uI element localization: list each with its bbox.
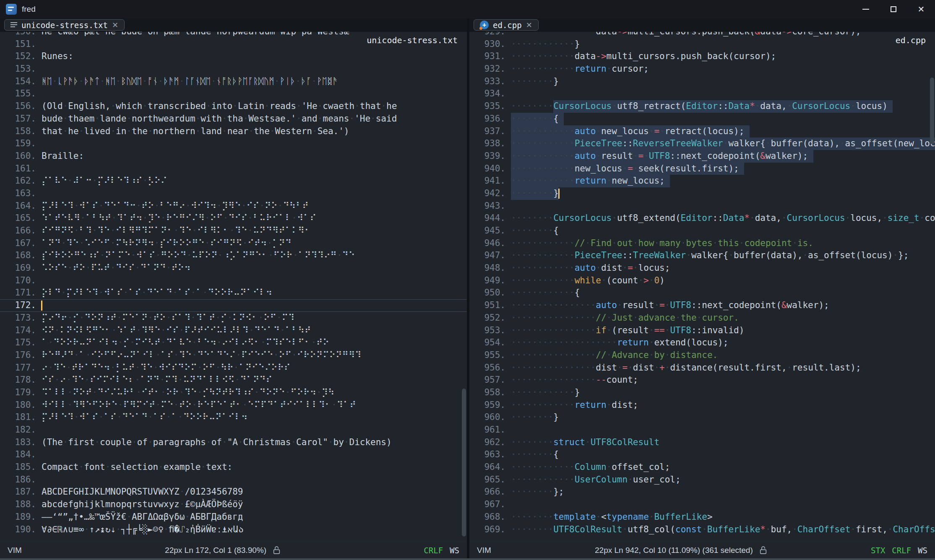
line-text[interactable]: ⠗⠑⠛⠜⠙·⠁·⠊⠕⠋⠋⠔⠤⠝⠁⠊⠇·⠁⠎·⠹⠑·⠙⠑⠁⠙⠑⠌·⠏⠊⠑⠊⠑·⠕⠋…	[42, 349, 467, 362]
line-text[interactable]: ABCDEFGHIJKLMNOPQRSTUVWXYZ·/0123456789	[42, 486, 467, 498]
line-text[interactable]: ············PieceTree::ReverseTreeWalker…	[511, 137, 935, 150]
line-text[interactable]: ⠁·⠙⠕⠕⠗⠤⠝⠁⠊⠇⠲·⡊·⠍⠊⠣⠞·⠙⠁⠧⠑·⠃⠑⠲·⠔⠊⠇⠔⠫⠂·⠍⠹⠎⠑…	[42, 337, 467, 349]
line-text[interactable]: ············auto·new_locus·=·retract(loc…	[511, 125, 935, 138]
scrollbar-thumb[interactable]	[930, 78, 934, 144]
line-text[interactable]: ················--count;	[511, 374, 935, 386]
line-text[interactable]: ⡎⠊⠗⠕⠕⠛⠑⠰⠎·⠝⠁⠍⠑·⠺⠁⠎·⠛⠕⠕⠙·⠥⠏⠕⠝·⠰⡡⠁⠝⠛⠑⠂·⠋⠕⠗…	[42, 249, 467, 262]
minimize-button[interactable]	[852, 0, 880, 18]
line-text[interactable]	[42, 187, 467, 200]
line-text[interactable]: ················//·Advance·by·distance.	[511, 349, 935, 362]
line-text[interactable]: bude·thaem·lande·northweardum·with·tha·W…	[42, 113, 467, 125]
line-text[interactable]: ········UTF8ColResult·utf8_col(const·Buf…	[511, 524, 935, 536]
line-text[interactable]: ············{	[511, 287, 935, 299]
line-text[interactable]: ········{	[511, 449, 935, 461]
line-text[interactable]: ············data->multi_cursors.push_bac…	[511, 50, 935, 63]
line-text[interactable]: ················dist·=·dist·+·distance(r…	[511, 362, 935, 374]
status-flag-ws: WS	[450, 546, 459, 555]
line-text[interactable]: ················auto·result·=·UTF8::next…	[511, 299, 935, 312]
line-text[interactable]	[42, 299, 467, 312]
line-text[interactable]: ················if·(result·==·UTF8::inva…	[511, 324, 935, 337]
line-text[interactable]: ············}	[511, 38, 935, 51]
line-text[interactable]: (The·first·couple·of·paragraphs·of·"A·Ch…	[42, 436, 467, 449]
line-text[interactable]	[42, 424, 467, 436]
code-line: 173.⡍⠔⠙⠖·⡊·⠙⠕⠝⠰⠞·⠍⠑⠁⠝·⠞⠕·⠎⠁⠹·⠹⠁⠞·⡊·⠅⠝⠪⠂·…	[0, 312, 467, 324]
line-text[interactable]	[42, 88, 467, 100]
line-text[interactable]	[511, 200, 935, 213]
line-text[interactable]: Braille:	[42, 150, 467, 163]
line-text[interactable]: abcdefghijklmnopqrstuvwxyz·£©µÀÆÖÞßéöÿ	[42, 498, 467, 511]
line-text[interactable]	[42, 63, 467, 75]
line-text[interactable]	[42, 275, 467, 287]
line-text[interactable]: ⠁⠝⠙·⠹⠑·⠡⠊⠑⠋·⠍⠳⠗⠝⠻⠲·⡎⠊⠗⠕⠕⠛⠑·⠎⠊⠛⠝⠫·⠊⠞⠲·⡁⠝⠙	[42, 237, 467, 250]
line-text[interactable]: ⡍⠜⠇⠑⠹·⠺⠁⠎·⠙⠑⠁⠙⠒·⠞⠕·⠃⠑⠛⠔·⠺⠊⠹⠲·⡹⠻⠑·⠊⠎·⠝⠕·⠙…	[42, 200, 467, 213]
line-text[interactable]	[511, 424, 935, 436]
line-text[interactable]: ········CursorLocus·utf8_extend(Editor::…	[511, 212, 935, 225]
line-text[interactable]: Compact·font·selection·example·text:	[42, 461, 467, 474]
line-text[interactable]: ᚻᛖ·ᚳᚹᚫᚦ·ᚦᚫᛏ·ᚻᛖ·ᛒᚢᛞᛖ·ᚩᚾ·ᚦᚫᛗ·ᛚᚪᚾᛞᛖ·ᚾᚩᚱᚦᚹᛖᚪ…	[42, 75, 467, 88]
window-bottom-edge[interactable]	[0, 558, 935, 560]
line-text[interactable]: ⡍⠔⠙⠖·⡊·⠙⠕⠝⠰⠞·⠍⠑⠁⠝·⠞⠕·⠎⠁⠹·⠹⠁⠞·⡊·⠅⠝⠪⠂·⠕⠋·⠍…	[42, 312, 467, 324]
line-text[interactable]: ········}	[511, 75, 935, 88]
line-text[interactable]: Runes:	[42, 50, 467, 63]
line-text[interactable]: ········CursorLocus·utf8_retract(Editor:…	[511, 100, 935, 113]
whitespace-dots: ·	[136, 387, 141, 397]
line-text[interactable]: (Old·English,·which·transcribed·into·Lat…	[42, 100, 467, 113]
vertical-scrollbar[interactable]	[462, 32, 466, 542]
line-text[interactable]: ····················return·extend(locus)…	[511, 337, 935, 349]
line-text[interactable]: ⠪⠝·⠅⠝⠪⠇⠫⠛⠑⠂·⠱⠁⠞·⠹⠻⠑·⠊⠎·⠏⠜⠞⠊⠊⠥⠇⠜⠇⠹·⠙⠑⠁⠙·⠁…	[42, 324, 467, 337]
line-text[interactable]: ∀∂∈ℝ∧∪≡∞·↑↗↨↻⇣·┐┼╔╘░►☺♀·ﬁ�⑀₂ἠḂӥẄɐː⍎אԱა	[42, 524, 467, 536]
line-text[interactable]: ············return·dist;	[511, 399, 935, 412]
line-text[interactable]	[42, 137, 467, 150]
line-text[interactable]: ········}	[511, 187, 935, 200]
line-text[interactable]	[511, 88, 935, 100]
right-editor-content[interactable]: 929.················data->multi_cursors.…	[469, 32, 935, 542]
line-text[interactable]: ············while·(count·>·0)	[511, 275, 935, 287]
whitespace-dots: ········	[511, 101, 553, 111]
line-text[interactable]	[511, 498, 935, 511]
line-text[interactable]: ············Column·offset_col;	[511, 461, 935, 474]
tab-close-icon[interactable]: ✕	[526, 21, 532, 29]
vertical-scrollbar[interactable]	[930, 32, 934, 542]
left-editor-content[interactable]: 150.Hē·cwæð·þæt·hē·būde·on·þǣm·lande·nor…	[0, 32, 467, 542]
line-text[interactable]: ············PieceTree::TreeWalker·walker…	[511, 249, 935, 262]
line-text[interactable]: ⠔·⠹⠑·⠞⠗⠁⠙⠑⠲·⡃⠥⠞·⠹⠑·⠺⠊⠎⠙⠕⠍·⠕⠋·⠳⠗·⠁⠝⠊⠑⠌⠕⠗⠎	[42, 362, 467, 374]
line-text[interactable]: ········struct·UTF8ColResult	[511, 436, 935, 449]
line-text[interactable]: ········}	[511, 411, 935, 424]
line-text[interactable]: –—‘“”„†•…‰™œŠŸž€·ΑΒΓΔΩαβγδω·АБВГДабвгд	[42, 511, 467, 524]
maximize-button[interactable]	[880, 0, 907, 18]
tab-unicode-stress-txt[interactable]: unicode-stress.txt ✕	[4, 19, 125, 31]
line-text[interactable]: ············auto·result·=·UTF8::next_cod…	[511, 150, 935, 163]
line-text[interactable]: ············UserColumn·user_col;	[511, 474, 935, 486]
line-text[interactable]: ⠡⠕⠎⠑·⠞⠕·⠏⠥⠞·⠙⠊⠎·⠙⠁⠝⠙·⠞⠕⠲	[42, 262, 467, 275]
line-text[interactable]: that·he·lived·in·the·northern·land·near·…	[42, 125, 467, 138]
line-text[interactable]: ⡌⠁⠧⠑·⠼⠁⠒·⡍⠜⠇⠑⠹⠰⠎·⡣⠕⠌	[42, 175, 467, 187]
scrollbar-thumb[interactable]	[462, 389, 466, 537]
whitespace-dots: ·	[273, 350, 279, 360]
line-text[interactable]: ············return·new_locus;	[511, 175, 935, 187]
line-text[interactable]	[42, 449, 467, 461]
line-text[interactable]: ⠺⠊⠇⠇·⠹⠻⠑⠋⠕⠗⠑·⠏⠻⠍⠊⠞·⠍⠑·⠞⠕·⠗⠑⠏⠑⠁⠞⠂·⠑⠍⠏⠙⠁⠞⠊…	[42, 399, 467, 412]
line-text[interactable]: ⡍⠜⠇⠑⠹·⠺⠁⠎·⠁⠎·⠙⠑⠁⠙·⠁⠎·⠁·⠙⠕⠕⠗⠤⠝⠁⠊⠇⠲	[42, 411, 467, 424]
line-text[interactable]: ⠱⠁⠞⠑⠧⠻·⠁⠃⠳⠞·⠹⠁⠞⠲·⡹⠑·⠗⠑⠛⠊⠌⠻·⠕⠋·⠙⠊⠎·⠃⠥⠗⠊⠁⠇…	[42, 212, 467, 225]
line-text[interactable]: ············new_locus·=·seek(result.firs…	[511, 163, 935, 175]
line-text[interactable]: ············//·Find·out·how·many·bytes·t…	[511, 237, 935, 250]
line-text[interactable]: ········{	[511, 225, 935, 237]
line-text[interactable]: ⠎⠊⠛⠝⠫·⠃⠹·⠹⠑·⠊⠇⠻⠛⠹⠍⠁⠝⠂·⠹⠑·⠊⠇⠻⠅⠂·⠹⠑·⠥⠝⠙⠻⠞⠁…	[42, 225, 467, 237]
line-text[interactable]: ········};	[511, 486, 935, 498]
line-text[interactable]: ⠩⠁⠇⠇·⠝⠕⠞·⠙⠊⠌⠥⠗⠃·⠊⠞⠂·⠕⠗·⠹⠑·⡊⠳⠝⠞⠗⠹⠰⠎·⠙⠕⠝⠑·…	[42, 386, 467, 399]
line-text[interactable]: ················data->multi_cursors.push…	[511, 32, 935, 38]
tab-ed-cpp[interactable]: + ed.cpp ✕	[474, 19, 539, 31]
close-button[interactable]: ✕	[907, 0, 935, 18]
line-text[interactable]: ············}	[511, 386, 935, 399]
tab-close-icon[interactable]: ✕	[112, 21, 118, 29]
line-text[interactable]: ············return·cursor;	[511, 63, 935, 75]
line-text[interactable]	[42, 474, 467, 486]
line-text[interactable]: ················//·Just·advance·the·curs…	[511, 312, 935, 324]
line-text[interactable]	[42, 163, 467, 175]
line-text[interactable]: ········{	[511, 113, 935, 125]
line-text[interactable]: ············auto·dist·=·locus;	[511, 262, 935, 275]
line-text[interactable]: ⡕⠇⠙·⡍⠜⠇⠑⠹·⠺⠁⠎·⠁⠎·⠙⠑⠁⠙·⠁⠎·⠁·⠙⠕⠕⠗⠤⠝⠁⠊⠇⠲	[42, 287, 467, 299]
whitespace-dots: ·	[311, 76, 317, 86]
line-text[interactable]: ⠊⠎·⠔·⠹⠑·⠎⠊⠍⠊⠇⠑⠆·⠁⠝⠙·⠍⠹·⠥⠝⠙⠁⠇⠇⠪⠫·⠙⠁⠝⠙⠎	[42, 374, 467, 386]
line-text[interactable]: ········template·<typename·BufferLike>	[511, 511, 935, 524]
